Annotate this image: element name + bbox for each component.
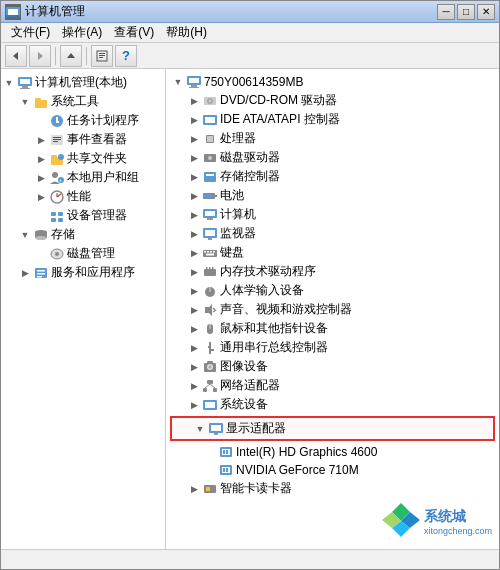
shared-folder-icon [49, 151, 65, 167]
left-storage[interactable]: ▼ 存储 [17, 225, 165, 244]
left-task-scheduler[interactable]: ▶ 任务计划程序 [33, 111, 165, 130]
network-label: 网络适配器 [220, 377, 280, 394]
status-bar [1, 549, 499, 569]
svg-rect-12 [22, 86, 28, 88]
dvd-label: DVD/CD-ROM 驱动器 [220, 92, 337, 109]
watermark-site: 系统城 [424, 508, 492, 526]
right-monitor[interactable]: ▶ 监视器 [166, 224, 499, 243]
left-local-users[interactable]: ▶ + 本地用户和组 [33, 168, 165, 187]
maximize-button[interactable]: □ [457, 4, 475, 20]
main-window: 计算机管理 ─ □ ✕ 文件(F) 操作(A) 查看(V) 帮助(H) [0, 0, 500, 570]
svg-rect-20 [53, 137, 61, 138]
sysdev-expand: ▶ [186, 397, 202, 413]
right-keyboard[interactable]: ▶ 键盘 [166, 243, 499, 262]
svg-rect-8 [99, 55, 105, 56]
right-imaging[interactable]: ▶ 图像设备 [166, 357, 499, 376]
services-expand: ▶ [17, 265, 33, 281]
left-disk-mgmt[interactable]: ▶ 磁盘管理 [33, 244, 165, 263]
up-button[interactable] [60, 45, 82, 67]
mouse-icon [202, 321, 218, 337]
svg-rect-44 [37, 276, 42, 278]
forward-button[interactable] [29, 45, 51, 67]
right-sysdev[interactable]: ▶ 系统设备 [166, 395, 499, 414]
svg-line-97 [205, 384, 210, 388]
svg-rect-72 [210, 251, 212, 253]
battery-expand: ▶ [186, 188, 202, 204]
menu-view[interactable]: 查看(V) [108, 23, 160, 42]
minimize-button[interactable]: ─ [437, 4, 455, 20]
left-root-label: 计算机管理(本地) [35, 74, 127, 91]
right-audio[interactable]: ▶ 声音、视频和游戏控制器 [166, 300, 499, 319]
left-root[interactable]: ▼ 计算机管理(本地) [1, 73, 165, 92]
right-network[interactable]: ▶ 网络适配器 [166, 376, 499, 395]
watermark-logo [382, 501, 420, 542]
svg-rect-73 [213, 251, 215, 253]
cpu-label: 处理器 [220, 130, 256, 147]
usb-label: 通用串行总线控制器 [220, 339, 328, 356]
left-services[interactable]: ▶ 服务和应用程序 [17, 263, 165, 282]
ide-label: IDE ATA/ATAPI 控制器 [220, 111, 340, 128]
device-mgr-label: 设备管理器 [67, 207, 127, 224]
svg-rect-102 [211, 425, 221, 431]
right-disk[interactable]: ▶ 磁盘驱动器 [166, 148, 499, 167]
help-button[interactable]: ? [115, 45, 137, 67]
svg-rect-11 [20, 79, 30, 84]
right-ide[interactable]: ▶ IDE ATA/ATAPI 控制器 [166, 110, 499, 129]
dvd-expand: ▶ [186, 93, 202, 109]
smartcard-icon [202, 481, 218, 497]
right-dvd[interactable]: ▶ DVD/CD-ROM 驱动器 [166, 91, 499, 110]
right-display[interactable]: ▼ 显示适配器 [172, 419, 493, 438]
left-performance[interactable]: ▶ 性能 [33, 187, 165, 206]
computer-expand: ▶ [186, 207, 202, 223]
svg-rect-55 [207, 136, 213, 142]
storage-expand: ▼ [17, 227, 33, 243]
menu-file[interactable]: 文件(F) [5, 23, 56, 42]
svg-rect-22 [53, 141, 58, 142]
mouse-expand: ▶ [186, 321, 202, 337]
task-label: 任务计划程序 [67, 112, 139, 129]
right-battery[interactable]: ▶ 电池 [166, 186, 499, 205]
svg-point-38 [35, 236, 47, 240]
monitor-label: 监视器 [220, 225, 256, 242]
right-computer[interactable]: ▶ 计算机 [166, 205, 499, 224]
svg-rect-64 [205, 211, 215, 216]
right-storage-ctrl[interactable]: ▶ 存储控制器 [166, 167, 499, 186]
right-root[interactable]: ▼ 750Y00614359MB [166, 73, 499, 91]
left-event-viewer[interactable]: ▶ 事件查看器 [33, 130, 165, 149]
hid-icon [202, 283, 218, 299]
nvidia-gpu-icon [218, 462, 234, 478]
right-panel: ▼ 750Y00614359MB ▶ DVD/CD-ROM 驱动器 [166, 69, 499, 549]
event-expand: ▶ [33, 132, 49, 148]
right-usb[interactable]: ▶ 通用串行总线控制器 [166, 338, 499, 357]
cpu-icon [202, 131, 218, 147]
svg-rect-7 [99, 53, 105, 54]
display-icon [208, 421, 224, 437]
imaging-expand: ▶ [186, 359, 202, 375]
close-button[interactable]: ✕ [477, 4, 495, 20]
right-nvidia-gpu[interactable]: NVIDIA GeForce 710M [166, 461, 499, 479]
right-memory[interactable]: ▶ 内存技术驱动程序 [166, 262, 499, 281]
menu-help[interactable]: 帮助(H) [160, 23, 213, 42]
right-root-expand: ▼ [170, 74, 186, 90]
left-system-tools[interactable]: ▼ 系统工具 [17, 92, 165, 111]
right-hid[interactable]: ▶ 人体学输入设备 [166, 281, 499, 300]
battery-label: 电池 [220, 187, 244, 204]
memory-expand: ▶ [186, 264, 202, 280]
right-mouse[interactable]: ▶ 鼠标和其他指针设备 [166, 319, 499, 338]
right-smartcard[interactable]: ▶ 智能卡读卡器 [166, 479, 499, 498]
back-button[interactable] [5, 45, 27, 67]
svg-rect-68 [208, 238, 212, 240]
svg-rect-76 [206, 267, 208, 270]
menu-action[interactable]: 操作(A) [56, 23, 108, 42]
right-root-label: 750Y00614359MB [204, 75, 303, 89]
right-intel-gpu[interactable]: Intel(R) HD Graphics 4600 [166, 443, 499, 461]
svg-rect-53 [205, 117, 215, 123]
left-shared-folders[interactable]: ▶ 共享文件夹 [33, 149, 165, 168]
left-device-manager[interactable]: ▶ 设备管理器 [33, 206, 165, 225]
right-cpu[interactable]: ▶ 处理器 [166, 129, 499, 148]
svg-rect-113 [206, 487, 210, 491]
svg-point-25 [58, 154, 64, 160]
svg-rect-21 [53, 139, 61, 140]
properties-button[interactable] [91, 45, 113, 67]
mouse-label: 鼠标和其他指针设备 [220, 320, 328, 337]
